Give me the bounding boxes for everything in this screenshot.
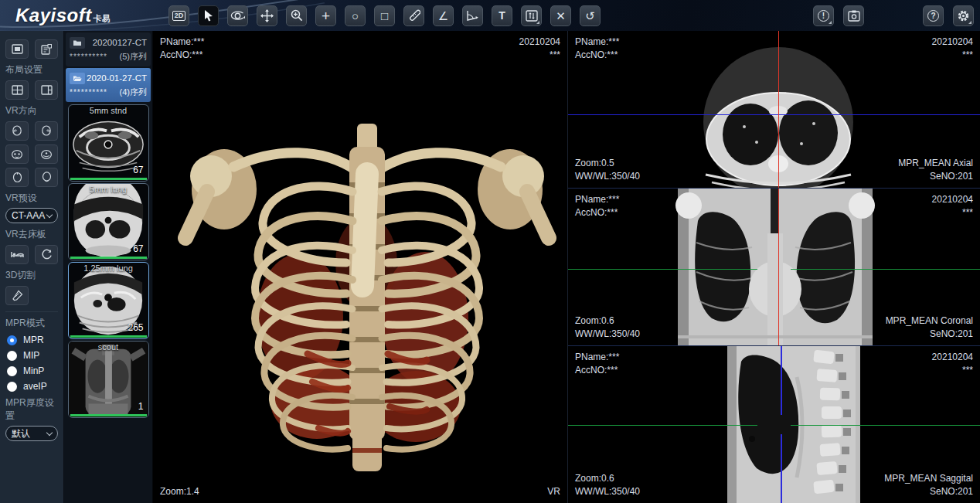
vr-head-top-button[interactable]	[5, 168, 29, 187]
layout-single-icon	[12, 44, 23, 54]
capture-save-button[interactable]	[843, 5, 864, 26]
cobb-angle-button[interactable]	[462, 5, 483, 26]
pan-tool-button[interactable]	[257, 5, 277, 26]
submenu-corner-mark	[536, 21, 539, 24]
rotate-3d-button[interactable]	[227, 5, 248, 26]
layout-single-button[interactable]	[5, 39, 29, 59]
delete-annotation-button[interactable]: ✕	[550, 5, 571, 26]
remove-bed-button[interactable]	[5, 245, 29, 264]
coronal-pname: PName:***	[575, 193, 619, 206]
reset-icon: ↺	[585, 10, 595, 22]
thumbnail-scout[interactable]: scout 1	[68, 341, 149, 418]
window-level-button[interactable]	[521, 5, 542, 26]
mpr-thickness-label: MPR厚度设置	[5, 396, 58, 423]
vr-direction-label: VR方向	[5, 104, 58, 117]
vr-viewport[interactable]: PName:*** AccNO:*** 20210204 *** Zoom:1.…	[153, 31, 568, 503]
toolbar-right-group-1: !	[813, 5, 864, 26]
text-annotation-button[interactable]: T	[492, 5, 512, 26]
alert-report-button[interactable]: !	[813, 5, 834, 26]
coronal-crosshair-horizontal-green[interactable]	[568, 269, 980, 270]
ruler-measure-button[interactable]	[403, 5, 424, 26]
sagittal-study-masked: ***	[932, 364, 973, 377]
cursor-tool-button[interactable]	[198, 5, 219, 26]
vr-head-back-button[interactable]	[35, 144, 58, 164]
mpr-mode-option-aveip[interactable]: aveIP	[7, 381, 56, 392]
thumbnail-1-25mm-lung-selected[interactable]: 1.25mm lung 265	[68, 262, 149, 339]
bed-icon	[11, 250, 24, 260]
radio-unselected-icon	[7, 382, 17, 392]
zoom-in-button[interactable]	[286, 5, 307, 26]
scalpel-3d-cut-button[interactable]	[5, 286, 29, 305]
radio-label: aveIP	[23, 381, 47, 392]
vr-preset-label: VR预设	[5, 192, 58, 205]
cut-3d-label: 3D切割	[5, 269, 58, 282]
vr-pname: PName:***	[160, 36, 204, 49]
mpr-axial-viewport[interactable]: PName:*** AccNO:*** 20210204 *** Zoom:0.…	[568, 31, 980, 189]
coronal-series-overlay: MPR_MEAN Coronal SeNO:201	[886, 314, 973, 341]
axial-patient-info-overlay: PName:*** AccNO:***	[575, 36, 619, 62]
head-top-icon	[12, 172, 22, 183]
coronal-seno: SeNO:201	[886, 328, 973, 341]
view-2d-icon: 2D	[172, 11, 186, 21]
sagittal-crosshair-vertical-blue[interactable]	[781, 346, 782, 503]
reset-view-button[interactable]: ↺	[580, 5, 601, 26]
vr-mode-label: VR	[547, 485, 560, 498]
thumbnail-image-count: 1	[138, 401, 144, 412]
vr-head-bottom-button[interactable]	[35, 168, 58, 187]
vr-head-right-button[interactable]	[35, 121, 58, 141]
axial-crosshair-vertical-red[interactable]	[778, 31, 780, 188]
radio-label: MIP	[23, 350, 39, 361]
restore-bed-button[interactable]	[35, 245, 58, 264]
rect-roi-button[interactable]: □	[374, 5, 395, 26]
sagittal-crosshair-horizontal-green[interactable]	[568, 425, 980, 427]
thumbnail-progress-bar	[70, 257, 147, 259]
mpr-mode-option-mip[interactable]: MIP	[7, 350, 56, 361]
series-item-1[interactable]: 20200127-CT ********** (5)序列	[66, 32, 151, 66]
axial-study-date-overlay: 20210204 ***	[932, 36, 973, 62]
vr-zoom-overlay: Zoom:1.4	[160, 485, 199, 498]
mpr-mode-option-mpr[interactable]: MPR	[7, 335, 56, 345]
head-left-icon	[12, 125, 22, 137]
coronal-crosshair-vertical-red[interactable]	[778, 189, 780, 345]
axial-crosshair-horizontal-blue[interactable]	[568, 114, 980, 116]
thumbnail-label: 5mm stnd	[69, 106, 148, 115]
mpr-coronal-viewport[interactable]: PName:*** AccNO:*** 20210204 *** Zoom:0.…	[568, 189, 980, 346]
mpr-sagittal-viewport[interactable]: PName:*** AccNO:*** 20210204 *** Zoom:0.…	[568, 346, 980, 503]
vr-preset-dropdown[interactable]: CT-AAA	[5, 208, 58, 223]
series-patient-masked: **********	[70, 53, 107, 61]
mpr-mode-option-minp[interactable]: MinP	[7, 365, 56, 376]
vr-head-left-button[interactable]	[5, 121, 29, 141]
view-2d-button[interactable]: 2D	[168, 5, 189, 26]
ellipse-roi-button[interactable]: ○	[345, 5, 366, 26]
series-item-2-selected[interactable]: 2020-01-27-CT ********** (4)序列	[66, 68, 151, 102]
thumbnail-progress-bar	[70, 178, 147, 180]
layout-grid-2x2-button[interactable]	[5, 80, 29, 100]
crosshair-locate-button[interactable]: +	[315, 5, 336, 26]
layout-split-1-2-icon	[41, 85, 53, 95]
help-button[interactable]: ?	[923, 5, 944, 26]
main-content: 布局设置 VR方向	[0, 31, 980, 503]
folder-open-icon	[70, 73, 85, 84]
top-toolbar: Kayisoft 卡易 2D	[0, 0, 980, 31]
cursor-icon	[203, 9, 214, 22]
angle-measure-button[interactable]: ∠	[433, 5, 454, 26]
series-date: 20200127-CT	[93, 38, 147, 47]
layout-report-button[interactable]	[35, 39, 58, 59]
delete-x-icon: ✕	[556, 10, 566, 22]
ellipse-icon: ○	[352, 10, 359, 22]
mpr-mode-label: MPR模式	[5, 317, 58, 330]
vr-head-front-button[interactable]	[5, 144, 29, 164]
axial-wwwl-value: WW/WL:350/40	[575, 170, 640, 183]
mpr-thickness-value: 默认	[12, 427, 30, 440]
layout-split-1-2-button[interactable]	[35, 80, 58, 100]
thumbnail-5mm-stnd[interactable]: 5mm stnd 67	[68, 104, 149, 182]
pacs-viewer-app: Kayisoft 卡易 2D	[0, 0, 980, 503]
chevron-down-icon	[46, 429, 53, 435]
submenu-corner-mark	[829, 21, 832, 24]
radio-label: MinP	[23, 365, 44, 376]
mpr-thickness-dropdown[interactable]: 默认	[5, 426, 58, 441]
tool-buttons: 2D	[168, 5, 601, 26]
settings-button[interactable]	[953, 5, 974, 26]
axial-study-masked: ***	[932, 49, 973, 62]
thumbnail-5mm-lung[interactable]: 5mm lung 67	[68, 183, 149, 260]
